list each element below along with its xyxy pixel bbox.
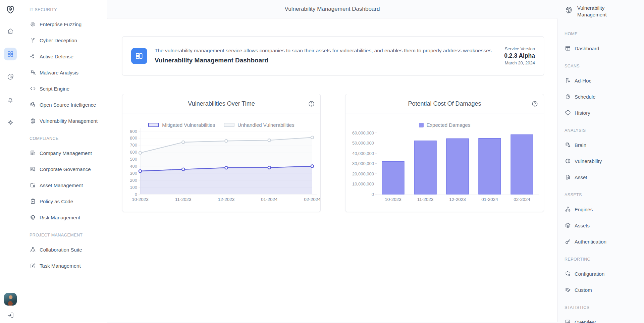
hex-gear-icon bbox=[565, 270, 571, 277]
key-icon bbox=[565, 238, 571, 245]
svg-text:10-2023: 10-2023 bbox=[132, 197, 149, 202]
chart-help-button[interactable] bbox=[308, 100, 315, 107]
chart-header: Vulnerabilities Over Time bbox=[122, 94, 320, 113]
right-sidebar-title: Vulnerability Management bbox=[577, 5, 618, 19]
rail-item-settings[interactable] bbox=[4, 116, 17, 129]
bar-chart-svg: 010,000,00020,000,00030,000,00040,000,00… bbox=[345, 113, 544, 212]
service-version-label: Service Version bbox=[504, 46, 535, 51]
nav-item-label: Asset Management bbox=[40, 182, 83, 188]
nav-item-label: Active Defense bbox=[40, 54, 73, 59]
svg-text:12-2023: 12-2023 bbox=[218, 197, 235, 202]
sidebar-item-company-management[interactable]: Company Management bbox=[30, 145, 107, 161]
help-icon bbox=[308, 100, 315, 107]
app-logo-shield-check-icon bbox=[5, 4, 16, 15]
rightnav-item-configuration[interactable]: Configuration bbox=[565, 266, 644, 282]
svg-text:200: 200 bbox=[130, 178, 137, 183]
building-icon bbox=[30, 150, 36, 156]
chart-title: Potential Cost Of Damages bbox=[408, 100, 481, 107]
help-icon bbox=[531, 100, 538, 107]
doc-gear-icon bbox=[30, 166, 36, 172]
fingerprint-icon bbox=[30, 117, 36, 124]
sidebar-item-policy-as-code[interactable]: Policy as Code bbox=[30, 193, 107, 209]
rail-item-home[interactable] bbox=[4, 25, 17, 38]
chart-help-button[interactable] bbox=[531, 100, 538, 107]
layers-icon bbox=[565, 222, 571, 229]
rail-item-dashboard[interactable] bbox=[4, 48, 17, 60]
globe-icon bbox=[565, 158, 571, 164]
legend-item-expected-damages[interactable]: Expected Damages bbox=[419, 122, 471, 128]
nav-item-label: Enterprise Fuzzing bbox=[40, 21, 82, 27]
sidebar-section-it-security: IT SECURITYEnterprise FuzzingCyber Decep… bbox=[30, 5, 107, 129]
rightnav-item-vulnerability[interactable]: Vulnerability bbox=[565, 153, 644, 169]
main-panel: The vulnerability management service all… bbox=[107, 18, 558, 322]
people-group-icon bbox=[30, 246, 36, 253]
svg-text:0: 0 bbox=[135, 192, 137, 197]
legend-swatch bbox=[148, 123, 159, 127]
home-icon bbox=[7, 28, 14, 35]
svg-text:11-2023: 11-2023 bbox=[417, 197, 434, 202]
sidebar-item-script-engine[interactable]: Script Engine bbox=[30, 80, 107, 97]
rightnav-item-asset[interactable]: Asset bbox=[565, 169, 644, 185]
legend-item-unhandled-vulnerabilities[interactable]: Unhandled Vulnerabilities bbox=[224, 122, 294, 128]
legend-label: Expected Damages bbox=[427, 122, 471, 128]
legend-item-mitigated-vulnerabilities[interactable]: Mitigated Vulnerabilities bbox=[148, 122, 215, 128]
sidebar-item-vulnerability-management[interactable]: Vulnerability Management bbox=[30, 113, 107, 129]
svg-text:11-2023: 11-2023 bbox=[175, 197, 192, 202]
potential-cost-of-damages-card: Potential Cost Of Damages Expected Damag… bbox=[345, 94, 544, 212]
cloud-stack-icon bbox=[565, 109, 571, 116]
sidebar-item-corporate-governance[interactable]: Corporate Governance bbox=[30, 161, 107, 177]
sidebar-item-risk-management[interactable]: Risk Management bbox=[30, 209, 107, 225]
section-title-scans: SCANS bbox=[565, 62, 644, 70]
service-title: Vulnerability Management Dashboard bbox=[155, 57, 492, 64]
chart-header: Potential Cost Of Damages bbox=[345, 94, 544, 113]
rightnav-item-authentication[interactable]: Authentication bbox=[565, 233, 644, 250]
nav-item-label: Dashboard bbox=[575, 46, 599, 51]
rightnav-item-engines[interactable]: Engines bbox=[565, 201, 644, 217]
layers-eye-icon bbox=[30, 214, 36, 221]
right-sidebar-header: Vulnerability Management bbox=[565, 5, 644, 19]
svg-text:400: 400 bbox=[130, 164, 137, 169]
nav-item-label: Task Management bbox=[40, 263, 81, 269]
svg-text:20,000,000: 20,000,000 bbox=[352, 171, 374, 176]
section-title-assets: ASSETS bbox=[565, 191, 644, 199]
rightnav-section-statistics: STATISTICSOverview bbox=[565, 303, 644, 323]
logout-button[interactable] bbox=[6, 311, 15, 320]
sidebar-item-cyber-deception[interactable]: Cyber Deception bbox=[30, 32, 107, 48]
rightnav-item-history[interactable]: History bbox=[565, 105, 644, 121]
sidebar-item-asset-management[interactable]: Asset Management bbox=[30, 177, 107, 193]
rightnav-item-dashboard[interactable]: Dashboard bbox=[565, 40, 644, 56]
rightnav-item-ad-hoc[interactable]: Ad-Hoc bbox=[565, 72, 644, 89]
section-title-home: HOME bbox=[565, 30, 644, 38]
chart-gear-icon bbox=[565, 319, 571, 323]
folder-icon bbox=[30, 182, 36, 189]
section-title-reporting: REPORTING bbox=[565, 255, 644, 264]
nav-item-label: Overview bbox=[575, 319, 596, 323]
rail-item-notifications[interactable] bbox=[4, 93, 17, 106]
doc-search-icon bbox=[565, 174, 571, 180]
database-search-icon bbox=[565, 142, 571, 148]
sidebar-item-open-source-intelligence[interactable]: Open Source Intelligence bbox=[30, 97, 107, 113]
svg-text:700: 700 bbox=[130, 143, 137, 148]
nav-item-label: Malware Analysis bbox=[40, 70, 78, 75]
sidebar-item-collaboration-suite[interactable]: Collaboration Suite bbox=[30, 241, 107, 258]
icon-rail bbox=[0, 0, 21, 323]
rightnav-item-brain[interactable]: Brain bbox=[565, 137, 644, 153]
rightnav-item-custom[interactable]: Custom bbox=[565, 282, 644, 298]
sidebar-item-malware-analysis[interactable]: Malware Analysis bbox=[30, 64, 107, 80]
rightnav-section-analysis: ANALYSISBrainVulnerabilityAsset bbox=[565, 126, 644, 185]
nav-item-label: Policy as Code bbox=[40, 199, 73, 204]
rightnav-item-overview[interactable]: Overview bbox=[565, 314, 644, 323]
rail-item-analytics[interactable] bbox=[4, 70, 17, 83]
sidebar-item-task-management[interactable]: Task Management bbox=[30, 258, 107, 274]
section-title-statistics: STATISTICS bbox=[565, 303, 644, 312]
section-title-analysis: ANALYSIS bbox=[565, 126, 644, 135]
service-version-value: 0.2.3 Alpha bbox=[504, 52, 535, 59]
section-title-project-management: PROJECT MANAGEMENT bbox=[30, 231, 107, 239]
user-avatar[interactable] bbox=[4, 293, 17, 306]
sidebar-item-enterprise-fuzzing[interactable]: Enterprise Fuzzing bbox=[30, 16, 107, 32]
svg-text:01-2024: 01-2024 bbox=[481, 197, 498, 202]
rightnav-item-assets[interactable]: Assets bbox=[565, 217, 644, 233]
section-title-it-security: IT SECURITY bbox=[30, 5, 107, 14]
rightnav-item-schedule[interactable]: Schedule bbox=[565, 89, 644, 105]
sidebar-item-active-defense[interactable]: Active Defense bbox=[30, 48, 107, 64]
